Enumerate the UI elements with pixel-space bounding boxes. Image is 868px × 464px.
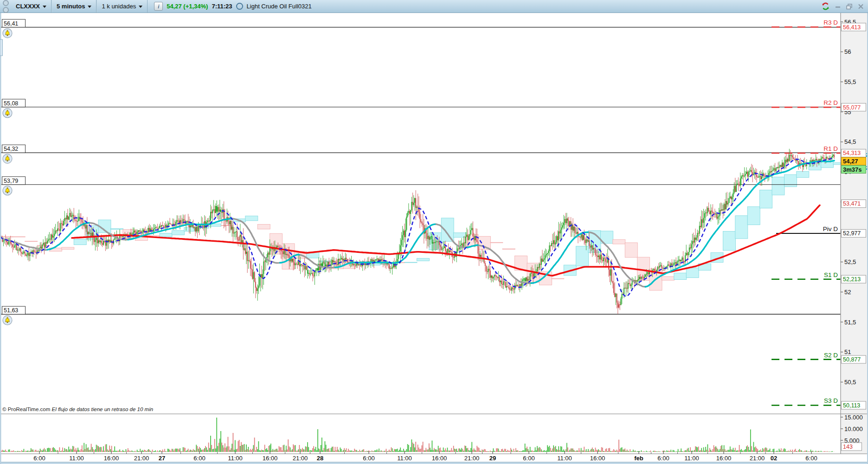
chart-toolbar: CLXXXX 5 minutos 1 k unidades i 54,27 (+… xyxy=(0,0,868,13)
svg-text:50,877: 50,877 xyxy=(843,356,861,363)
svg-text:11:00: 11:00 xyxy=(557,455,572,462)
svg-text:6:00: 6:00 xyxy=(523,455,534,462)
svg-text:52,5: 52,5 xyxy=(844,258,856,265)
svg-text:6:00: 6:00 xyxy=(657,455,669,462)
svg-text:52,977: 52,977 xyxy=(843,230,861,237)
svg-text:3m37s: 3m37s xyxy=(843,166,862,173)
price-change: (+1,34%) xyxy=(183,3,208,10)
svg-text:55,08: 55,08 xyxy=(4,100,18,107)
instrument-label: CLXXXX xyxy=(16,3,40,10)
units-label: 1 k unidades xyxy=(102,3,136,10)
svg-text:21:00: 21:00 xyxy=(750,455,765,462)
svg-text:15.000: 15.000 xyxy=(844,414,863,421)
connection-status-icon xyxy=(236,3,243,10)
svg-text:56: 56 xyxy=(844,48,851,55)
restore-icon xyxy=(846,3,853,10)
svg-text:54,313: 54,313 xyxy=(843,150,861,156)
refresh-icon xyxy=(821,2,830,11)
svg-text:21:00: 21:00 xyxy=(293,455,308,462)
panel-collapse-tab[interactable] xyxy=(0,39,3,56)
panel-drag-handle[interactable] xyxy=(0,0,11,13)
svg-text:11:00: 11:00 xyxy=(69,455,84,462)
svg-text:52,213: 52,213 xyxy=(843,276,861,283)
svg-text:29: 29 xyxy=(489,455,496,462)
close-button[interactable] xyxy=(857,3,864,10)
svg-text:54,32: 54,32 xyxy=(4,146,18,152)
svg-text:52: 52 xyxy=(844,289,851,296)
svg-text:6:00: 6:00 xyxy=(363,455,374,462)
svg-text:16:00: 16:00 xyxy=(263,455,278,462)
svg-text:53,79: 53,79 xyxy=(4,178,18,184)
info-icon[interactable]: i xyxy=(154,2,163,11)
svg-text:51,63: 51,63 xyxy=(4,307,18,314)
svg-text:50,113: 50,113 xyxy=(843,402,860,409)
pivot-label: Piv D xyxy=(823,226,838,232)
minimize-icon xyxy=(835,3,841,10)
svg-text:53,471: 53,471 xyxy=(843,200,861,207)
chevron-down-icon xyxy=(88,6,91,8)
copyright: © ProRealTime.com El flujo de datos tien… xyxy=(2,406,153,412)
svg-text:11:00: 11:00 xyxy=(684,455,699,462)
quote-info: i 54,27 (+1,34%) 7:11:23 Light Crude Oil… xyxy=(148,0,316,13)
svg-text:21:00: 21:00 xyxy=(464,455,480,462)
svg-text:16:00: 16:00 xyxy=(432,455,447,462)
alarm-bell-icon[interactable] xyxy=(3,154,12,163)
window-controls xyxy=(821,2,868,11)
prorealtime-chart-window: CLXXXX 5 minutos 1 k unidades i 54,27 (+… xyxy=(0,0,868,464)
timeframe-dropdown[interactable]: 5 minutos xyxy=(51,0,96,13)
svg-text:54,5: 54,5 xyxy=(844,138,856,145)
minimize-button[interactable] xyxy=(835,3,841,10)
units-dropdown[interactable]: 1 k unidades xyxy=(96,0,148,13)
pivot-label: R3 D xyxy=(823,19,838,26)
svg-text:51: 51 xyxy=(844,348,851,355)
pivot-label: S1 D xyxy=(824,271,838,278)
timeframe-label: 5 minutos xyxy=(57,3,85,10)
chart-canvas[interactable]: R3 DR2 DR1 DPiv DS1 DS2 DS3 D56,55655,55… xyxy=(0,13,868,464)
svg-text:54,27: 54,27 xyxy=(843,158,858,165)
alarm-bell-icon[interactable] xyxy=(3,316,12,325)
svg-text:21:00: 21:00 xyxy=(134,455,149,462)
svg-text:6:00: 6:00 xyxy=(193,455,205,462)
alarm-bell-icon[interactable] xyxy=(3,109,12,118)
svg-text:55,5: 55,5 xyxy=(844,78,856,85)
svg-text:56,413: 56,413 xyxy=(843,24,861,31)
chevron-down-icon xyxy=(139,6,142,8)
last-update-time: 7:11:23 xyxy=(212,3,232,10)
close-icon xyxy=(857,3,864,10)
window-frame-bottom xyxy=(0,462,868,464)
pivot-label: S3 D xyxy=(824,397,838,404)
pivot-label: R2 D xyxy=(823,99,838,106)
svg-text:16:00: 16:00 xyxy=(716,455,732,462)
svg-text:16:00: 16:00 xyxy=(590,455,605,462)
svg-text:11:00: 11:00 xyxy=(228,455,243,462)
svg-text:16:00: 16:00 xyxy=(104,455,119,462)
svg-text:11:00: 11:00 xyxy=(397,455,412,462)
last-price: 54,27 (+1,34%) xyxy=(167,3,208,10)
svg-text:51,5: 51,5 xyxy=(844,319,856,326)
svg-text:143: 143 xyxy=(843,444,853,450)
instrument-dropdown[interactable]: CLXXXX xyxy=(11,0,51,13)
svg-text:56,41: 56,41 xyxy=(4,20,18,27)
svg-text:55,077: 55,077 xyxy=(843,104,861,111)
svg-text:27: 27 xyxy=(159,455,165,462)
svg-text:6:00: 6:00 xyxy=(33,455,45,462)
svg-text:28: 28 xyxy=(317,455,323,462)
alarm-bell-icon[interactable] xyxy=(3,186,12,195)
volume-axis: 15.00010.0005.000143 xyxy=(841,414,863,451)
instrument-name: Light Crude Oil Full0321 xyxy=(247,3,312,10)
chevron-down-icon xyxy=(43,6,46,8)
alarm-bell-icon[interactable] xyxy=(3,29,12,38)
svg-text:feb: feb xyxy=(634,455,643,462)
svg-text:6:00: 6:00 xyxy=(805,455,817,462)
refresh-button[interactable] xyxy=(821,2,830,11)
restore-button[interactable] xyxy=(846,3,853,10)
pivot-label: R1 D xyxy=(823,145,838,152)
svg-text:50,5: 50,5 xyxy=(844,379,856,386)
pivot-label: S2 D xyxy=(824,352,838,359)
svg-text:02: 02 xyxy=(771,455,777,462)
svg-text:10.000: 10.000 xyxy=(844,425,863,432)
window-frame-left xyxy=(0,13,1,464)
